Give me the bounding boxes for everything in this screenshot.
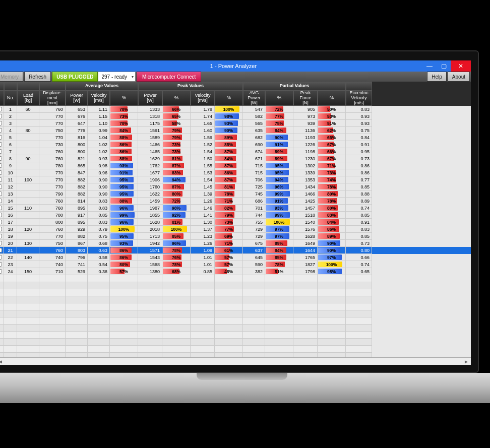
col-eccentric-velocity[interactable]: Eccentric Velocity [m/s]	[346, 91, 372, 106]
titlebar[interactable]: 1 - Power Analyzer — ▢ ✕	[0, 60, 471, 72]
col-no[interactable]: No.	[4, 91, 17, 106]
row-checkbox[interactable]	[0, 134, 4, 141]
table-row[interactable]: 2 770 676 1.15 73% 1318 65% 1.74 98% 582…	[0, 113, 471, 120]
table-row[interactable]: 13 790 882 0.90 95% 1622 80% 1.39 78% 74…	[0, 190, 471, 198]
table-row[interactable]: 1 60 760 653 1.11 70% 1333 66% 1.78 100%…	[0, 106, 471, 113]
cell-peak-velocity: 1.54	[191, 176, 215, 183]
col-avg-power[interactable]: Power [W]	[66, 91, 88, 106]
horizontal-scrollbar[interactable]: ◄ ►	[0, 357, 471, 365]
table-row[interactable]: 19 770 882 0.75 95% 1713 85% 1.23 69% 72…	[0, 233, 471, 240]
table-row[interactable]: 8 90 760 821 0.93 88% 1629 81% 1.50 84% …	[0, 155, 471, 162]
table-row[interactable]: 4 80 750 776 0.99 84% 1591 79% 1.60 90% …	[0, 127, 471, 134]
table-row[interactable]: 16 780 917 0.85 99% 1855 92% 1.41 79% 74…	[0, 212, 471, 219]
row-checkbox[interactable]	[0, 212, 4, 219]
row-checkbox[interactable]	[0, 106, 4, 113]
table-row[interactable]: 14 760 814 0.83 88% 1459 72% 1.26 71% 68…	[0, 198, 471, 205]
cell-avg-velocity: 0.90	[88, 176, 110, 183]
col-peak-power-pct[interactable]: %	[162, 91, 191, 106]
cell-peak-force: 1198	[293, 148, 318, 155]
cell-avg-velocity: 0.79	[88, 226, 110, 233]
close-button[interactable]: ✕	[451, 60, 471, 72]
cell-peak-velocity: 0.85	[191, 268, 215, 275]
row-checkbox[interactable]	[0, 148, 4, 155]
pct-cell: 93%	[110, 162, 138, 169]
table-row[interactable]: 18 120 760 929 0.79 100% 2018 100% 1.37 …	[0, 226, 471, 233]
table-row[interactable]: 7 760 800 1.02 86% 1465 73% 1.54 87% 674…	[0, 148, 471, 155]
row-checkbox[interactable]	[0, 113, 4, 120]
col-partial-avg-power[interactable]: AVG Power [W]	[243, 91, 265, 106]
cell-no: 18	[4, 226, 17, 233]
row-checkbox[interactable]	[0, 198, 4, 205]
table-row[interactable]: 3 770 647 1.10 70% 1175 58% 1.65 93% 565…	[0, 120, 471, 127]
table-row[interactable]: 15 110 760 895 0.83 96% 1987 98% 1.46 82…	[0, 205, 471, 212]
col-peak-power[interactable]: Power [W]	[138, 91, 162, 106]
col-disp[interactable]: Displace- ment [mm]	[39, 91, 66, 106]
row-checkbox[interactable]	[0, 190, 4, 198]
row-checkbox[interactable]	[0, 240, 4, 247]
table-row[interactable]: 20 130 750 867 0.68 93% 1942 96% 1.26 71…	[0, 240, 471, 247]
table-row[interactable]: 12 770 882 0.90 95% 1760 87% 1.45 81% 72…	[0, 183, 471, 190]
col-peak-velocity[interactable]: Velocity [m/s]	[191, 91, 215, 106]
empty-row	[0, 296, 471, 303]
table-row[interactable]: 17 800 895 0.83 96% 1628 81% 1.30 73% 75…	[0, 219, 471, 226]
table-row[interactable]: 22 140 740 796 0.58 86% 1543 76% 1.01 57…	[0, 254, 471, 261]
row-checkbox[interactable]	[0, 205, 4, 212]
row-checkbox[interactable]	[0, 254, 4, 261]
pct-cell: 73%	[162, 141, 191, 148]
col-peak-velocity-pct[interactable]: %	[215, 91, 243, 106]
cell-peak-power: 1629	[138, 155, 162, 162]
col-peak-force-pct[interactable]: %	[318, 91, 346, 106]
pct-cell: 89%	[265, 155, 293, 162]
col-avg-velocity[interactable]: Velocity [m/s]	[88, 91, 110, 106]
cell-peak-velocity: 1.54	[191, 148, 215, 155]
table-row[interactable]: 6 730 800 1.02 86% 1466 73% 1.52 85% 690…	[0, 141, 471, 148]
col-load[interactable]: Load [kg]	[17, 91, 39, 106]
row-checkbox[interactable]	[0, 155, 4, 162]
pct-cell: 87%	[162, 162, 191, 169]
help-button[interactable]: Help	[427, 72, 447, 82]
col-avg-pct[interactable]: %	[110, 91, 138, 106]
row-checkbox[interactable]	[0, 247, 4, 254]
pct-cell: 87%	[215, 148, 243, 155]
row-checkbox[interactable]	[0, 183, 4, 190]
row-checkbox[interactable]	[0, 219, 4, 226]
row-checkbox[interactable]	[0, 261, 4, 268]
table-row[interactable]: 9 780 865 0.98 93% 1762 87% 1.55 87% 715…	[0, 162, 471, 169]
group-peak: Peak Values	[138, 82, 243, 91]
cell-avg-power: 895	[66, 219, 88, 226]
cell-partial-avg: 682	[243, 134, 265, 141]
cell-load	[17, 190, 39, 198]
minimize-button[interactable]: —	[422, 60, 437, 72]
cell-peak-velocity: 1.50	[191, 155, 215, 162]
about-button[interactable]: About	[448, 72, 470, 82]
row-checkbox[interactable]	[0, 233, 4, 240]
col-partial-avg-pct[interactable]: %	[265, 91, 293, 106]
pct-cell: 100%	[110, 226, 138, 233]
cell-peak-power: 1589	[138, 134, 162, 141]
data-grid[interactable]: 1 60 760 653 1.11 70% 1333 66% 1.78 100%…	[0, 106, 471, 357]
table-row[interactable]: 11 100 770 882 0.90 95% 1906 94% 1.54 87…	[0, 176, 471, 183]
row-checkbox[interactable]	[0, 141, 4, 148]
table-row[interactable]: 10 770 847 0.96 91% 1677 83% 1.53 86% 71…	[0, 169, 471, 176]
row-checkbox[interactable]	[0, 127, 4, 134]
row-checkbox[interactable]	[0, 162, 4, 169]
maximize-button[interactable]: ▢	[437, 60, 451, 72]
refresh-button[interactable]: Refresh	[24, 72, 51, 82]
cell-avg-velocity: 0.90	[88, 183, 110, 190]
table-row[interactable]: 23 740 741 0.54 80% 1568 78% 1.01 57% 59…	[0, 261, 471, 268]
device-select[interactable]: 297 - ready	[98, 72, 136, 82]
cell-no: 19	[4, 233, 17, 240]
col-peak-force[interactable]: Peak Force [N]	[293, 91, 318, 106]
table-row[interactable]: 5 770 816 1.04 88% 1589 79% 1.59 89% 682…	[0, 134, 471, 141]
microcomputer-connect-button[interactable]: Microcomputer Connect	[137, 72, 201, 82]
pct-cell: 83%	[318, 212, 346, 219]
row-checkbox[interactable]	[0, 176, 4, 183]
row-checkbox[interactable]	[0, 268, 4, 275]
pct-cell: 78%	[162, 247, 191, 254]
table-row[interactable]: 24 150 710 529 0.36 57% 1380 68% 0.85 48…	[0, 268, 471, 275]
row-checkbox[interactable]	[0, 169, 4, 176]
row-checkbox[interactable]	[0, 226, 4, 233]
row-checkbox[interactable]	[0, 120, 4, 127]
memory-button[interactable]: Memory	[0, 72, 23, 82]
table-row[interactable]: 21 760 803 0.63 86% 1571 78% 1.09 61% 63…	[0, 247, 471, 254]
